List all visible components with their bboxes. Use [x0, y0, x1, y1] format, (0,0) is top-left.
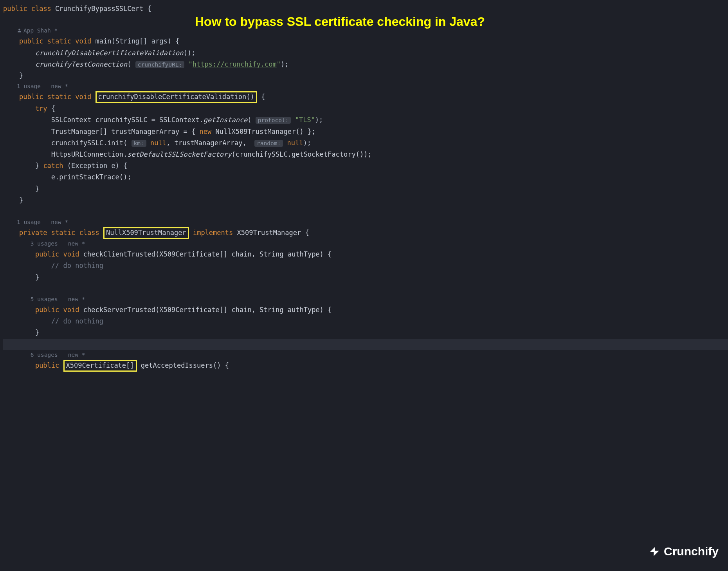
user-icon [17, 28, 22, 33]
code-line: crunchifyDisableCertificateValidation(); [3, 47, 728, 59]
code-line: public static void main(String[] args) { [3, 36, 728, 47]
code-line: } [3, 327, 728, 338]
code-line [3, 283, 728, 295]
usage-hint[interactable]: 6 usages new * [3, 350, 728, 360]
highlight-class: NullX509TrustManager [103, 227, 189, 239]
inlay-hint: random: [254, 140, 283, 147]
brand-logo: Crunchify [648, 541, 719, 562]
code-line: crunchifyTestConnection( crunchifyURL: "… [3, 59, 728, 70]
url-link[interactable]: https://crunchify.com [193, 60, 277, 68]
code-line: SSLContext crunchifySSLC = SSLContext.ge… [3, 114, 728, 126]
inlay-hint: protocol: [256, 117, 291, 124]
code-line: public void checkServerTrusted(X509Certi… [3, 304, 728, 316]
logo-icon [648, 545, 661, 558]
code-line: TrustManager[] trustManagerArray = { new… [3, 126, 728, 137]
usage-hint[interactable]: 1 usage new * [3, 217, 728, 227]
code-line: e.printStackTrace(); [3, 172, 728, 183]
code-line: public static void crunchifyDisableCerti… [3, 91, 728, 103]
usage-hint[interactable]: 3 usages new * [3, 239, 728, 249]
code-line: } [3, 70, 728, 81]
title-overlay: How to bypass SSL certificate checking i… [195, 11, 712, 33]
code-line: public void checkClientTrusted(X509Certi… [3, 249, 728, 260]
inlay-hint: km: [132, 140, 146, 147]
code-line: } [3, 272, 728, 283]
code-line: crunchifySSLC.init( km: null, trustManag… [3, 137, 728, 149]
inlay-hint: crunchifyURL: [135, 61, 185, 68]
code-line: private static class NullX509TrustManage… [3, 227, 728, 239]
code-line: HttpsURLConnection.setDefaultSSLSocketFa… [3, 149, 728, 160]
highlight-method: crunchifyDisableCertificateValidation() [96, 91, 257, 103]
highlight-type: X509Certificate[] [63, 360, 137, 372]
code-line: // do nothing [3, 260, 728, 271]
code-line: } [3, 195, 728, 206]
usage-hint[interactable]: 1 usage new * [3, 81, 728, 91]
code-line: public X509Certificate[] getAcceptedIssu… [3, 360, 728, 372]
code-line: try { [3, 103, 728, 114]
code-line: } [3, 183, 728, 195]
code-line: } catch (Exception e) { [3, 160, 728, 172]
code-editor[interactable]: public class CrunchifyBypassSSLCert { Ap… [3, 3, 728, 372]
usage-hint[interactable]: 5 usages new * [3, 295, 728, 304]
code-line [3, 206, 728, 217]
code-line: // do nothing [3, 316, 728, 327]
code-line-caret [3, 339, 728, 350]
svg-point-0 [18, 29, 20, 31]
